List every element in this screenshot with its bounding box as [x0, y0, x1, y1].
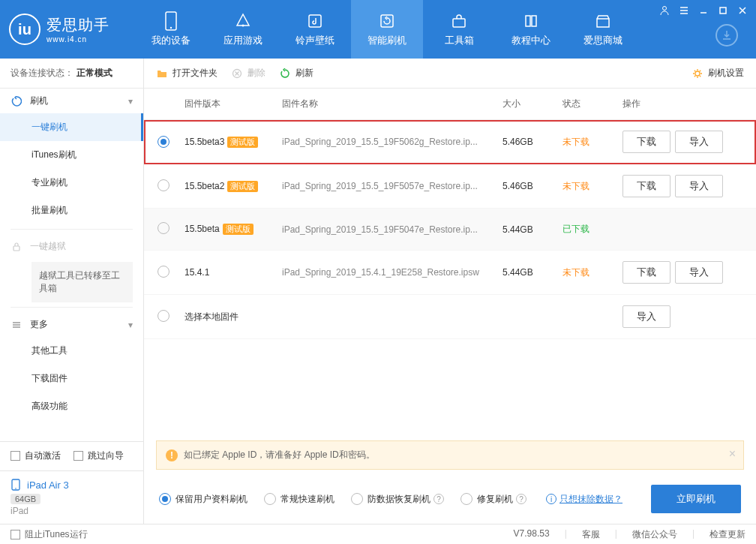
table-row[interactable]: 15.5beta2测试版iPad_Spring_2019_15.5_19F505… [144, 164, 756, 209]
svg-rect-5 [453, 19, 465, 27]
refresh-button[interactable]: 刷新 [279, 67, 314, 80]
opt-anti-recovery-flash[interactable]: 防数据恢复刷机 ? [351, 493, 444, 506]
book-icon [521, 11, 541, 31]
close-notice-icon[interactable]: × [729, 447, 736, 461]
help-icon[interactable]: ? [516, 494, 526, 504]
nav-store[interactable]: 爱思商城 [567, 0, 639, 59]
firmware-status: 未下载 [562, 136, 622, 149]
menu-icon[interactable] [678, 5, 690, 17]
sidebar-item-oneclick-flash[interactable]: 一键刷机 [0, 113, 143, 141]
row-action-button[interactable]: 导入 [675, 131, 723, 153]
radio-icon[interactable] [159, 493, 171, 505]
radio-icon[interactable] [158, 136, 170, 148]
firmware-version: 15.4.1 [184, 267, 209, 278]
row-action-button[interactable]: 导入 [675, 261, 723, 284]
radio-icon[interactable] [158, 179, 170, 191]
radio-icon[interactable] [158, 266, 170, 278]
sidebar-section-more[interactable]: 更多 ▾ [0, 312, 143, 337]
radio-icon[interactable] [460, 493, 472, 505]
sidebar-item-download-firmware[interactable]: 下载固件 [0, 365, 143, 392]
toolbar: 打开文件夹 删除 刷新 刷机设置 [144, 59, 756, 89]
flash-icon [10, 95, 22, 107]
flash-settings-button[interactable]: 刷机设置 [692, 67, 744, 80]
delete-button: 删除 [231, 67, 266, 80]
svg-point-12 [695, 71, 700, 76]
radio-icon[interactable] [158, 222, 170, 234]
device-type: iPad [10, 506, 133, 516]
block-itunes-checkbox[interactable]: 阻止iTunes运行 [10, 528, 88, 541]
folder-icon [156, 68, 168, 80]
lock-icon [10, 241, 22, 253]
firmware-table: 固件版本 固件名称 大小 状态 操作 15.5beta3测试版iPad_Spri… [144, 89, 756, 440]
row-action-button[interactable]: 下载 [622, 131, 670, 153]
svg-point-1 [170, 27, 172, 29]
table-row[interactable]: 15.5beta测试版iPad_Spring_2019_15.5_19F5047… [144, 209, 756, 251]
auto-activate-checkbox[interactable]: 自动激活 [10, 449, 61, 462]
opt-keep-data[interactable]: 保留用户资料刷机 [159, 493, 248, 506]
col-action: 操作 [622, 98, 742, 110]
apple-id-notice: ! 如已绑定 Apple ID，请准备好 Apple ID和密码。 × [156, 440, 744, 470]
firmware-size: 5.46GB [502, 181, 562, 191]
main-panel: 打开文件夹 删除 刷新 刷机设置 固件版本 固件名称 大小 状态 [144, 59, 756, 524]
row-action-button[interactable]: 导入 [622, 305, 670, 328]
device-name: iPad Air 3 [27, 479, 69, 491]
sidebar-item-batch-flash[interactable]: 批量刷机 [0, 197, 143, 224]
app-logo-icon: iu [9, 14, 40, 45]
beta-badge: 测试版 [227, 137, 258, 148]
table-header: 固件版本 固件名称 大小 状态 操作 [144, 89, 756, 120]
nav-apps-games[interactable]: 应用游戏 [207, 0, 279, 59]
nav-tutorial[interactable]: 教程中心 [495, 0, 567, 59]
device-card[interactable]: iPad Air 3 64GB iPad [0, 470, 143, 524]
radio-icon[interactable] [158, 310, 170, 322]
erase-data-link[interactable]: 只想抹除数据？ [560, 493, 622, 506]
version-label: V7.98.53 [514, 528, 550, 541]
table-row[interactable]: 15.4.1iPad_Spring_2019_15.4.1_19E258_Res… [144, 251, 756, 295]
warning-icon: ! [166, 449, 178, 461]
gear-icon [692, 68, 704, 80]
nav-ringtone-wallpaper[interactable]: 铃声壁纸 [279, 0, 351, 59]
table-row[interactable]: 选择本地固件导入 [144, 295, 756, 339]
close-icon[interactable] [736, 5, 748, 17]
device-storage: 64GB [10, 494, 40, 504]
app-header: iu 爱思助手 www.i4.cn 我的设备 应用游戏 铃声壁纸 智能刷机 工具… [0, 0, 756, 59]
row-action-button[interactable]: 下载 [622, 261, 670, 284]
sidebar-item-pro-flash[interactable]: 专业刷机 [0, 169, 143, 197]
member-icon[interactable] [658, 5, 670, 17]
firmware-filename: iPad_Spring_2019_15.5_19F5057e_Restore.i… [282, 181, 478, 191]
firmware-filename: iPad_Spring_2019_15.5_19F5062g_Restore.i… [282, 137, 478, 147]
wechat-link[interactable]: 微信公众号 [632, 528, 677, 541]
help-icon[interactable]: ? [434, 494, 444, 504]
firmware-version: 15.5beta2 [184, 181, 224, 191]
customer-service-link[interactable]: 客服 [582, 528, 600, 541]
info-icon[interactable]: i [546, 494, 556, 504]
radio-icon[interactable] [351, 493, 363, 505]
open-folder-button[interactable]: 打开文件夹 [156, 67, 218, 80]
minimize-icon[interactable] [698, 5, 710, 17]
svg-rect-3 [309, 15, 321, 27]
firmware-filename: iPad_Spring_2019_15.5_19F5047e_Restore.i… [282, 224, 478, 235]
skip-guide-checkbox[interactable]: 跳过向导 [74, 449, 124, 462]
download-manager-icon[interactable] [716, 24, 738, 47]
chevron-down-icon: ▾ [128, 96, 133, 107]
jailbreak-moved-note: 越狱工具已转移至工具箱 [32, 262, 133, 302]
flash-now-button[interactable]: 立即刷机 [651, 485, 741, 513]
more-icon [10, 319, 22, 331]
opt-quick-flash[interactable]: 常规快速刷机 [264, 493, 334, 506]
sidebar-item-advanced[interactable]: 高级功能 [0, 392, 143, 420]
nav-my-device[interactable]: 我的设备 [135, 0, 207, 59]
maximize-icon[interactable] [717, 5, 729, 17]
svg-rect-7 [720, 8, 726, 14]
opt-repair-flash[interactable]: 修复刷机 ? [460, 493, 526, 506]
nav-smart-flash[interactable]: 智能刷机 [351, 0, 423, 59]
check-update-link[interactable]: 检查更新 [710, 528, 746, 541]
sidebar-item-other-tools[interactable]: 其他工具 [0, 337, 143, 365]
table-row[interactable]: 15.5beta3测试版iPad_Spring_2019_15.5_19F506… [144, 120, 756, 164]
toolbox-icon [449, 11, 469, 31]
nav-toolbox[interactable]: 工具箱 [423, 0, 495, 59]
row-action-button[interactable]: 下载 [622, 175, 670, 197]
radio-icon[interactable] [264, 493, 276, 505]
sidebar-item-itunes-flash[interactable]: iTunes刷机 [0, 141, 143, 169]
sidebar-section-flash[interactable]: 刷机 ▾ [0, 89, 143, 113]
row-action-button[interactable]: 导入 [675, 175, 723, 197]
firmware-size: 5.44GB [502, 267, 562, 278]
